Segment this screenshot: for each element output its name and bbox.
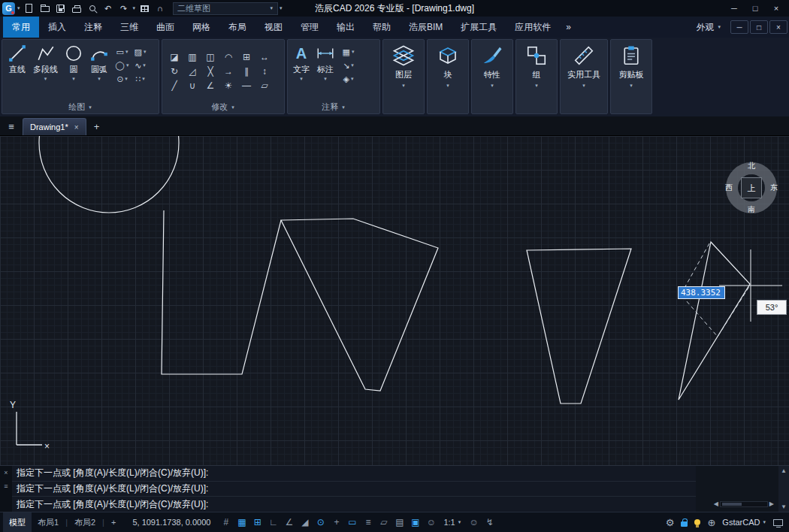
circle-caret-icon[interactable]: ▾ xyxy=(72,76,75,82)
snap-tracking-toggle[interactable]: + xyxy=(328,515,344,530)
dimension-button[interactable]: 标注 ▾ xyxy=(313,42,337,101)
command-close-icon[interactable]: × xyxy=(4,469,8,476)
tab-manage[interactable]: 管理 xyxy=(292,17,328,38)
line-button[interactable]: 直线 xyxy=(5,42,29,101)
titlebar-minimize-button[interactable]: ─ xyxy=(724,1,745,16)
dynamic-input-angle-field[interactable]: 53° xyxy=(757,300,787,315)
compass-north[interactable]: 北 xyxy=(748,161,755,171)
hscroll-right-icon[interactable]: ▶ xyxy=(769,500,774,507)
rotate-button[interactable]: ↻ xyxy=(165,65,183,79)
annotation-scale-dropdown[interactable]: 1:1▾ xyxy=(439,518,466,527)
properties-panel-button[interactable]: 特性 ▾ xyxy=(471,39,513,114)
mirror-button[interactable]: ◫ xyxy=(201,50,219,65)
hardware-acceleration-bulb-icon[interactable] xyxy=(694,519,700,525)
rectangle-button[interactable]: ▭▾ xyxy=(113,45,132,59)
undo-button[interactable]: ↶ xyxy=(101,2,116,15)
layers-panel-button[interactable]: 图层 ▾ xyxy=(382,39,425,114)
text-style-button[interactable]: ◈▾ xyxy=(340,72,358,86)
arc-button[interactable]: 圆弧 ▾ xyxy=(87,42,111,101)
fillet-button[interactable]: ◠ xyxy=(219,50,237,65)
polyline-button[interactable]: 多段线 ▾ xyxy=(31,42,60,101)
annotation-visibility-toggle[interactable]: ☺ xyxy=(423,515,439,530)
hatch-button[interactable]: ▨▾ xyxy=(132,45,150,59)
panel-annotate-title[interactable]: 注释▾ xyxy=(288,101,379,113)
doc-restore-button[interactable]: □ xyxy=(750,20,768,34)
spline-button[interactable]: ∿▾ xyxy=(132,59,150,72)
polyline-entity[interactable] xyxy=(679,242,750,400)
tab-apps[interactable]: 应用软件 xyxy=(506,17,560,38)
offset-button[interactable]: ∥ xyxy=(237,65,255,79)
tab-express-tools[interactable]: 扩展工具 xyxy=(452,17,506,38)
polyline-entity[interactable] xyxy=(281,219,438,391)
layers-caret-icon[interactable]: ▾ xyxy=(402,83,405,89)
open-file-button[interactable] xyxy=(38,2,53,15)
command-vscrollbar[interactable]: ▲ ▼ xyxy=(778,466,789,512)
polyline-entity[interactable] xyxy=(162,210,281,374)
table-button[interactable]: ▦▾ xyxy=(340,45,358,59)
join-button[interactable]: ∪ xyxy=(183,79,201,93)
block-caret-icon[interactable]: ▾ xyxy=(446,83,449,89)
move-button[interactable]: ↔ xyxy=(255,50,274,65)
layout2-tab[interactable]: 布局2 xyxy=(68,512,101,532)
app-logo-menu[interactable]: G xyxy=(2,2,15,15)
extend-button[interactable]: → xyxy=(219,65,237,79)
clipboard-caret-icon[interactable]: ▾ xyxy=(630,83,633,89)
command-grip-icon[interactable]: ≡ xyxy=(4,482,8,490)
layout1-tab[interactable]: 布局1 xyxy=(32,512,65,532)
redo-button[interactable]: ↷ xyxy=(116,2,132,15)
auto-annotation-toggle[interactable]: ☺ xyxy=(466,515,482,530)
utilities-caret-icon[interactable]: ▾ xyxy=(582,83,585,89)
array-button[interactable]: ⊞ xyxy=(237,50,255,65)
tab-layout[interactable]: 布局 xyxy=(219,17,255,38)
group-caret-icon[interactable]: ▾ xyxy=(535,83,538,89)
doc-close-button[interactable]: × xyxy=(769,20,787,34)
new-file-button[interactable] xyxy=(22,2,37,15)
save-button[interactable] xyxy=(53,2,68,15)
view-compass[interactable]: 北 南 西 东 上 xyxy=(724,160,779,216)
doc-minimize-button[interactable]: ─ xyxy=(730,20,748,34)
explode-button[interactable]: ☀ xyxy=(219,79,237,93)
text-caret-icon[interactable]: ▾ xyxy=(300,76,303,82)
tab-mesh[interactable]: 网格 xyxy=(183,17,219,38)
brand-menu[interactable]: GstarCAD▾ xyxy=(722,518,766,527)
tab-annotate[interactable]: 注释 xyxy=(75,17,111,38)
hscroll-left-icon[interactable]: ◀ xyxy=(714,500,718,507)
app-menu-caret-icon[interactable]: ▾ xyxy=(17,5,20,11)
tab-insert[interactable]: 插入 xyxy=(39,17,75,38)
lineweight-toggle[interactable]: ≡ xyxy=(360,515,376,530)
workspace-dropdown[interactable]: 二维草图▾ xyxy=(173,2,278,15)
point-button[interactable]: ⊙▾ xyxy=(113,72,132,86)
tab-help[interactable]: 帮助 xyxy=(364,17,400,38)
chamfer-button[interactable]: ∠ xyxy=(201,79,219,93)
text-button[interactable]: A 文字 ▾ xyxy=(291,42,312,101)
new-doc-tab-button[interactable]: + xyxy=(89,119,104,134)
tab-surface[interactable]: 曲面 xyxy=(147,17,183,38)
drawing-geometry[interactable]: Y × xyxy=(0,136,789,465)
titlebar-maximize-button[interactable]: □ xyxy=(745,1,766,16)
ribbon-overflow-chevron[interactable]: » xyxy=(560,17,577,38)
ellipse-button[interactable]: ◯▾ xyxy=(113,59,132,72)
model-tab[interactable]: 模型 xyxy=(3,512,32,532)
annotation-monitor-toggle[interactable]: ▣ xyxy=(407,515,423,530)
break-button[interactable]: ╱ xyxy=(165,79,183,93)
hscroll-track[interactable] xyxy=(720,501,768,507)
grid-display-toggle[interactable]: ▦ xyxy=(234,515,249,530)
quick-toolbar-options-caret-icon[interactable]: ▾ xyxy=(280,5,283,11)
workspace-switch-toggle[interactable]: ↯ xyxy=(482,515,497,530)
sheet-set-button[interactable] xyxy=(137,2,152,15)
utilities-panel-button[interactable]: 实用工具 ▾ xyxy=(560,39,608,114)
support-button[interactable]: ∩ xyxy=(153,2,168,15)
properties-caret-icon[interactable]: ▾ xyxy=(491,83,494,89)
command-prompt-line[interactable]: 指定下一点或 [角度(A)/长度(L)/闭合(C)/放弃(U)]: xyxy=(12,466,696,482)
group-panel-button[interactable]: 组 ▾ xyxy=(515,39,558,114)
redo-caret-icon[interactable]: ▾ xyxy=(133,5,136,11)
doc-tab-close-icon[interactable]: × xyxy=(74,123,79,131)
vscroll-down-icon[interactable]: ▼ xyxy=(781,503,787,510)
appearance-dropdown[interactable]: 外观▾ xyxy=(690,21,727,34)
circle-entity[interactable] xyxy=(39,136,179,213)
hscroll-thumb[interactable] xyxy=(722,503,742,506)
divide-button[interactable]: ∷▾ xyxy=(132,72,150,86)
drawing-canvas[interactable]: Y × 北 南 西 东 上 438.3352 53° xyxy=(0,136,789,465)
copy-button[interactable]: ▥ xyxy=(183,50,201,65)
doc-menu-burger-icon[interactable]: ≡ xyxy=(3,118,20,135)
